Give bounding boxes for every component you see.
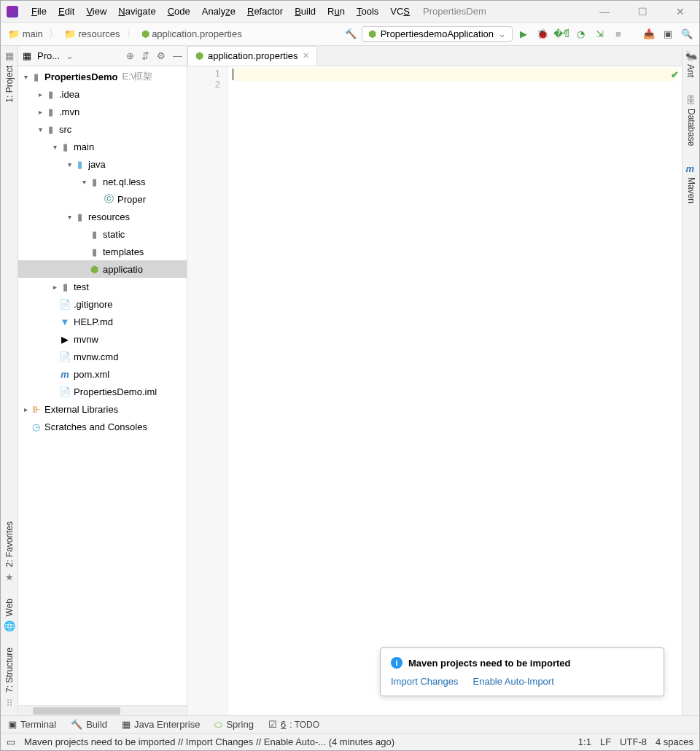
- coverage-icon[interactable]: �ขี: [553, 26, 569, 42]
- menu-run[interactable]: Run: [322, 3, 351, 20]
- editor-area: ⬢ application.properties ✕ 1 2 ✔ i Maven…: [187, 46, 682, 715]
- info-icon: i: [391, 657, 402, 669]
- run-configuration-selector[interactable]: ⬢ PropertiesdemoApplication ⌄: [362, 26, 513, 42]
- event-log-icon[interactable]: ▭: [7, 736, 15, 747]
- tab-label: application.properties: [208, 50, 298, 61]
- import-changes-link[interactable]: Import Changes: [391, 676, 459, 687]
- editor-tabs: ⬢ application.properties ✕: [187, 46, 682, 66]
- ant-tab[interactable]: Ant: [685, 61, 696, 80]
- terminal-icon: ▣: [8, 719, 17, 730]
- stop-icon[interactable]: ■: [610, 26, 626, 42]
- javaee-tab[interactable]: ▦Java Enterprise: [122, 719, 200, 730]
- menu-edit[interactable]: Edit: [52, 3, 80, 20]
- breadcrumb-file[interactable]: ⬢ application.properties: [139, 27, 245, 41]
- project-panel-title[interactable]: Pro...: [37, 50, 60, 61]
- structure-tab[interactable]: 7: Structure: [4, 645, 15, 696]
- breadcrumb-resources[interactable]: 📁 resources: [61, 27, 123, 41]
- menu-analyze[interactable]: Analyze: [196, 3, 241, 20]
- maven-icon: m: [686, 163, 695, 174]
- project-tree[interactable]: ▾▮PropertiesDemoE:\框架 ▸▮.idea ▸▮.mvn ▾▮s…: [18, 66, 187, 705]
- web-tab[interactable]: Web: [4, 596, 15, 619]
- star-icon: ★: [5, 572, 14, 583]
- debug-icon[interactable]: 🐞: [534, 26, 551, 42]
- file-encoding[interactable]: UTF-8: [620, 736, 647, 747]
- terminal-tab[interactable]: ▣Terminal: [8, 719, 56, 730]
- bottom-tool-stripe: ▣Terminal 🔨Build ▦Java Enterprise ⬭Sprin…: [1, 715, 699, 733]
- status-bar: ▭ Maven projects need to be imported // …: [1, 733, 699, 750]
- code-editor[interactable]: 1 2 ✔: [187, 66, 682, 715]
- menu-view[interactable]: View: [80, 3, 112, 20]
- spring-tab[interactable]: ⬭Spring: [214, 719, 254, 731]
- breadcrumb-main[interactable]: 📁 main: [5, 27, 46, 41]
- maven-import-notification: i Maven projects need to be imported Imp…: [380, 647, 664, 696]
- line-gutter: 1 2: [187, 66, 228, 715]
- enable-auto-import-link[interactable]: Enable Auto-Import: [473, 676, 554, 687]
- menu-navigate[interactable]: Navigate: [112, 3, 161, 20]
- text-caret: [233, 69, 233, 80]
- editor-tab-application-properties[interactable]: ⬢ application.properties ✕: [187, 46, 317, 66]
- locate-icon[interactable]: ⊕: [126, 50, 134, 61]
- run-config-name: PropertiesdemoApplication: [381, 28, 494, 39]
- line-separator[interactable]: LF: [600, 736, 611, 747]
- maven-tab[interactable]: Maven: [686, 174, 696, 206]
- search-everywhere-icon[interactable]: 🔍: [679, 26, 695, 42]
- favorites-tab[interactable]: 2: Favorites: [4, 518, 15, 570]
- tree-node-application-properties: ⬢applicatio: [18, 260, 187, 278]
- run-icon[interactable]: ▶: [516, 26, 532, 42]
- hammer-icon: 🔨: [71, 719, 82, 730]
- update-project-icon[interactable]: 📥: [641, 26, 657, 42]
- menu-tools[interactable]: Tools: [351, 3, 384, 20]
- horizontal-scrollbar[interactable]: [18, 705, 187, 715]
- spring-icon: ⬭: [214, 719, 222, 731]
- attach-icon[interactable]: ⇲: [591, 26, 607, 42]
- database-tab[interactable]: Database: [686, 106, 696, 149]
- settings-icon[interactable]: ⚙: [157, 50, 166, 61]
- project-tab[interactable]: 1: Project: [4, 63, 15, 106]
- navigation-toolbar: 📁 main 〉 📁 resources 〉 ⬢ application.pro…: [1, 23, 699, 46]
- left-tool-stripe: ▦ 1: Project 2: Favorites ★ Web 🌐 7: Str…: [1, 46, 18, 715]
- ide-settings-icon[interactable]: ▣: [660, 26, 676, 42]
- project-tab-icon: ▦: [5, 50, 14, 61]
- indent-info[interactable]: 4 spaces: [656, 736, 693, 747]
- inspection-ok-icon[interactable]: ✔: [671, 69, 679, 80]
- build-icon[interactable]: 🔨: [343, 26, 359, 42]
- right-tool-stripe: 🐜Ant 🗄Database mMaven: [682, 46, 699, 715]
- app-icon: [7, 6, 18, 17]
- build-tab[interactable]: 🔨Build: [71, 719, 107, 730]
- ant-icon: 🐜: [685, 50, 697, 61]
- project-view-icon: ▦: [23, 50, 31, 61]
- profile-icon[interactable]: ◔: [572, 26, 588, 42]
- structure-icon: ⁝⁝: [7, 697, 12, 708]
- chevron-icon: 〉: [49, 28, 58, 41]
- todo-icon: ☑: [268, 719, 277, 730]
- menu-build[interactable]: Build: [289, 3, 322, 20]
- menu-refactor[interactable]: Refactor: [241, 3, 289, 20]
- notification-title: Maven projects need to be imported: [408, 658, 571, 669]
- properties-file-icon: ⬢: [195, 50, 203, 61]
- project-tool-window: ▦ Pro... ⌄ ⊕ ⇵ ⚙ — ▾▮PropertiesDemoE:\框架…: [18, 46, 187, 715]
- chevron-icon: 〉: [126, 28, 136, 41]
- chevron-down-icon: ⌄: [66, 50, 74, 61]
- menu-vcs[interactable]: VCS: [384, 3, 416, 20]
- database-icon: 🗄: [686, 95, 696, 106]
- maximize-button[interactable]: ☐: [629, 6, 656, 17]
- caret-position[interactable]: 1:1: [578, 736, 591, 747]
- todo-tab[interactable]: ☑6: TODO: [268, 719, 319, 730]
- chevron-down-icon: ⌄: [498, 28, 506, 39]
- minimize-button[interactable]: —: [591, 6, 618, 17]
- title-bar: File Edit View Navigate Code Analyze Ref…: [1, 1, 699, 23]
- status-message[interactable]: Maven projects need to be imported // Im…: [24, 736, 569, 747]
- close-tab-icon[interactable]: ✕: [303, 51, 309, 61]
- close-button[interactable]: ✕: [667, 6, 693, 17]
- collapse-icon[interactable]: ⇵: [141, 50, 149, 61]
- menu-file[interactable]: File: [26, 3, 52, 20]
- javaee-icon: ▦: [122, 719, 131, 730]
- globe-icon: 🌐: [4, 620, 15, 631]
- menu-code[interactable]: Code: [162, 3, 196, 20]
- hide-icon[interactable]: —: [173, 50, 182, 61]
- window-title: PropertiesDem: [423, 6, 486, 17]
